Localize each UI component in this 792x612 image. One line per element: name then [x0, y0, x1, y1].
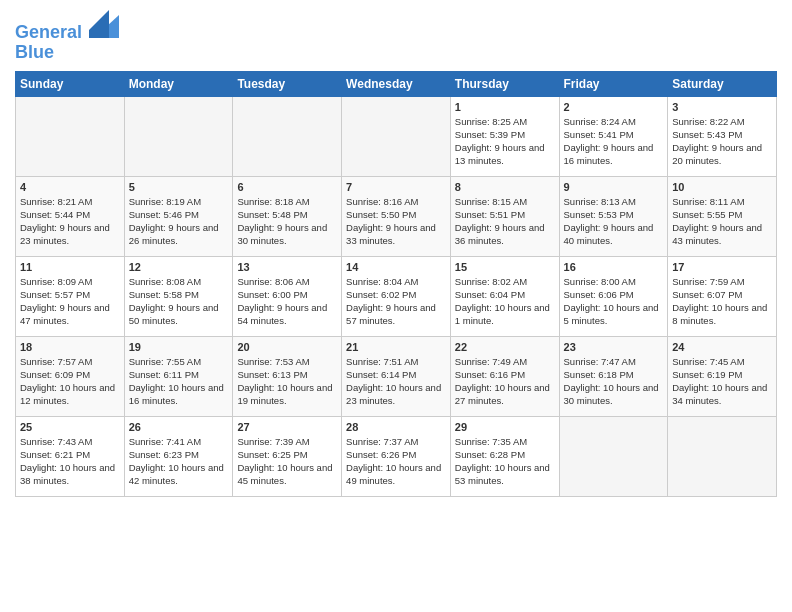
day-cell [559, 416, 668, 496]
day-info: Sunrise: 7:49 AM Sunset: 6:16 PM Dayligh… [455, 355, 555, 408]
day-cell: 12Sunrise: 8:08 AM Sunset: 5:58 PM Dayli… [124, 256, 233, 336]
day-number: 22 [455, 341, 555, 353]
day-info: Sunrise: 8:22 AM Sunset: 5:43 PM Dayligh… [672, 115, 772, 168]
day-cell: 21Sunrise: 7:51 AM Sunset: 6:14 PM Dayli… [342, 336, 451, 416]
day-cell: 14Sunrise: 8:04 AM Sunset: 6:02 PM Dayli… [342, 256, 451, 336]
day-number: 18 [20, 341, 120, 353]
day-info: Sunrise: 8:21 AM Sunset: 5:44 PM Dayligh… [20, 195, 120, 248]
day-cell [342, 96, 451, 176]
day-cell: 18Sunrise: 7:57 AM Sunset: 6:09 PM Dayli… [16, 336, 125, 416]
day-number: 21 [346, 341, 446, 353]
day-cell: 13Sunrise: 8:06 AM Sunset: 6:00 PM Dayli… [233, 256, 342, 336]
header-row: SundayMondayTuesdayWednesdayThursdayFrid… [16, 71, 777, 96]
day-info: Sunrise: 8:19 AM Sunset: 5:46 PM Dayligh… [129, 195, 229, 248]
day-info: Sunrise: 8:25 AM Sunset: 5:39 PM Dayligh… [455, 115, 555, 168]
day-info: Sunrise: 8:06 AM Sunset: 6:00 PM Dayligh… [237, 275, 337, 328]
day-info: Sunrise: 8:02 AM Sunset: 6:04 PM Dayligh… [455, 275, 555, 328]
day-cell: 9Sunrise: 8:13 AM Sunset: 5:53 PM Daylig… [559, 176, 668, 256]
day-number: 6 [237, 181, 337, 193]
day-number: 10 [672, 181, 772, 193]
day-number: 15 [455, 261, 555, 273]
day-info: Sunrise: 7:39 AM Sunset: 6:25 PM Dayligh… [237, 435, 337, 488]
day-info: Sunrise: 8:04 AM Sunset: 6:02 PM Dayligh… [346, 275, 446, 328]
header-day-sunday: Sunday [16, 71, 125, 96]
week-row-1: 1Sunrise: 8:25 AM Sunset: 5:39 PM Daylig… [16, 96, 777, 176]
day-number: 24 [672, 341, 772, 353]
week-row-3: 11Sunrise: 8:09 AM Sunset: 5:57 PM Dayli… [16, 256, 777, 336]
header-day-friday: Friday [559, 71, 668, 96]
day-cell: 3Sunrise: 8:22 AM Sunset: 5:43 PM Daylig… [668, 96, 777, 176]
day-cell: 29Sunrise: 7:35 AM Sunset: 6:28 PM Dayli… [450, 416, 559, 496]
day-cell: 17Sunrise: 7:59 AM Sunset: 6:07 PM Dayli… [668, 256, 777, 336]
svg-marker-1 [89, 10, 109, 38]
day-number: 9 [564, 181, 664, 193]
logo-general: General [15, 22, 82, 42]
day-info: Sunrise: 8:13 AM Sunset: 5:53 PM Dayligh… [564, 195, 664, 248]
day-number: 16 [564, 261, 664, 273]
day-cell [16, 96, 125, 176]
day-cell: 15Sunrise: 8:02 AM Sunset: 6:04 PM Dayli… [450, 256, 559, 336]
day-info: Sunrise: 7:43 AM Sunset: 6:21 PM Dayligh… [20, 435, 120, 488]
day-info: Sunrise: 7:37 AM Sunset: 6:26 PM Dayligh… [346, 435, 446, 488]
day-info: Sunrise: 7:47 AM Sunset: 6:18 PM Dayligh… [564, 355, 664, 408]
calendar-header: General Blue [15, 10, 777, 63]
day-number: 26 [129, 421, 229, 433]
day-info: Sunrise: 7:57 AM Sunset: 6:09 PM Dayligh… [20, 355, 120, 408]
day-cell: 8Sunrise: 8:15 AM Sunset: 5:51 PM Daylig… [450, 176, 559, 256]
day-info: Sunrise: 8:16 AM Sunset: 5:50 PM Dayligh… [346, 195, 446, 248]
day-number: 19 [129, 341, 229, 353]
day-number: 3 [672, 101, 772, 113]
day-cell: 16Sunrise: 8:00 AM Sunset: 6:06 PM Dayli… [559, 256, 668, 336]
day-number: 28 [346, 421, 446, 433]
day-cell [233, 96, 342, 176]
day-info: Sunrise: 7:55 AM Sunset: 6:11 PM Dayligh… [129, 355, 229, 408]
logo-blue: Blue [15, 43, 119, 63]
day-cell: 25Sunrise: 7:43 AM Sunset: 6:21 PM Dayli… [16, 416, 125, 496]
day-number: 12 [129, 261, 229, 273]
header-day-wednesday: Wednesday [342, 71, 451, 96]
day-number: 8 [455, 181, 555, 193]
day-number: 11 [20, 261, 120, 273]
day-cell: 23Sunrise: 7:47 AM Sunset: 6:18 PM Dayli… [559, 336, 668, 416]
header-day-saturday: Saturday [668, 71, 777, 96]
day-cell: 2Sunrise: 8:24 AM Sunset: 5:41 PM Daylig… [559, 96, 668, 176]
day-number: 17 [672, 261, 772, 273]
logo: General Blue [15, 10, 119, 63]
day-cell: 7Sunrise: 8:16 AM Sunset: 5:50 PM Daylig… [342, 176, 451, 256]
day-cell: 20Sunrise: 7:53 AM Sunset: 6:13 PM Dayli… [233, 336, 342, 416]
day-number: 5 [129, 181, 229, 193]
day-cell: 1Sunrise: 8:25 AM Sunset: 5:39 PM Daylig… [450, 96, 559, 176]
day-cell: 26Sunrise: 7:41 AM Sunset: 6:23 PM Dayli… [124, 416, 233, 496]
day-number: 13 [237, 261, 337, 273]
day-info: Sunrise: 8:18 AM Sunset: 5:48 PM Dayligh… [237, 195, 337, 248]
day-cell: 5Sunrise: 8:19 AM Sunset: 5:46 PM Daylig… [124, 176, 233, 256]
day-cell: 10Sunrise: 8:11 AM Sunset: 5:55 PM Dayli… [668, 176, 777, 256]
week-row-4: 18Sunrise: 7:57 AM Sunset: 6:09 PM Dayli… [16, 336, 777, 416]
day-cell: 24Sunrise: 7:45 AM Sunset: 6:19 PM Dayli… [668, 336, 777, 416]
day-cell [124, 96, 233, 176]
calendar-container: General Blue SundayMondayTuesdayWednesda… [0, 0, 792, 507]
day-info: Sunrise: 7:41 AM Sunset: 6:23 PM Dayligh… [129, 435, 229, 488]
day-cell: 22Sunrise: 7:49 AM Sunset: 6:16 PM Dayli… [450, 336, 559, 416]
header-day-monday: Monday [124, 71, 233, 96]
day-number: 14 [346, 261, 446, 273]
day-info: Sunrise: 7:53 AM Sunset: 6:13 PM Dayligh… [237, 355, 337, 408]
header-day-tuesday: Tuesday [233, 71, 342, 96]
week-row-5: 25Sunrise: 7:43 AM Sunset: 6:21 PM Dayli… [16, 416, 777, 496]
logo-text: General [15, 10, 119, 43]
day-number: 25 [20, 421, 120, 433]
day-cell: 11Sunrise: 8:09 AM Sunset: 5:57 PM Dayli… [16, 256, 125, 336]
header-day-thursday: Thursday [450, 71, 559, 96]
day-cell: 27Sunrise: 7:39 AM Sunset: 6:25 PM Dayli… [233, 416, 342, 496]
day-info: Sunrise: 8:11 AM Sunset: 5:55 PM Dayligh… [672, 195, 772, 248]
day-cell [668, 416, 777, 496]
day-info: Sunrise: 7:45 AM Sunset: 6:19 PM Dayligh… [672, 355, 772, 408]
day-info: Sunrise: 7:35 AM Sunset: 6:28 PM Dayligh… [455, 435, 555, 488]
day-number: 27 [237, 421, 337, 433]
day-number: 29 [455, 421, 555, 433]
day-info: Sunrise: 7:51 AM Sunset: 6:14 PM Dayligh… [346, 355, 446, 408]
day-info: Sunrise: 8:08 AM Sunset: 5:58 PM Dayligh… [129, 275, 229, 328]
day-number: 23 [564, 341, 664, 353]
day-cell: 19Sunrise: 7:55 AM Sunset: 6:11 PM Dayli… [124, 336, 233, 416]
logo-icon [89, 10, 119, 38]
